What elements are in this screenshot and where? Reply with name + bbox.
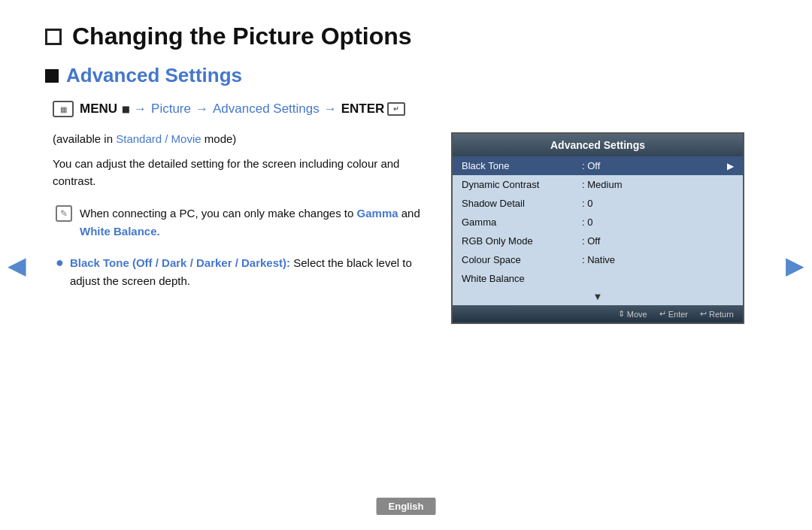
tv-row-value-4: : Off <box>582 235 734 247</box>
tv-row-value-0: : Off <box>582 160 724 171</box>
return-label: Return <box>709 310 734 319</box>
tv-row-rgb-only-mode[interactable]: RGB Only Mode : Off <box>453 232 743 250</box>
enter-key-icon: ↵ <box>387 102 405 116</box>
note-highlight1: Gamma <box>357 207 398 220</box>
available-highlight: Standard / Movie <box>116 132 201 145</box>
tv-row-label-3: Gamma <box>462 217 582 228</box>
note-pencil-icon: ✎ <box>56 205 72 222</box>
tv-row-shadow-detail[interactable]: Shadow Detail : 0 <box>453 194 743 213</box>
footer-move: ⇕ Move <box>618 309 647 319</box>
menu-grid-icon: ▦ <box>122 104 129 114</box>
note-text-2: and <box>398 207 420 220</box>
two-col-layout: (available in Standard / Movie mode) You… <box>53 132 767 324</box>
footer-enter: ↵ Enter <box>659 309 688 319</box>
available-before: (available in <box>53 132 116 145</box>
move-icon: ⇕ <box>618 309 625 319</box>
tv-scroll-down[interactable]: ▼ <box>453 288 743 305</box>
main-heading: Changing the Picture Options <box>45 23 767 50</box>
tv-panel-footer: ⇕ Move ↵ Enter ↩ Return <box>453 305 743 323</box>
tv-row-label-6: White Balance <box>462 273 582 284</box>
available-after: mode) <box>201 132 237 145</box>
move-label: Move <box>627 310 647 319</box>
checkbox-icon <box>45 29 62 45</box>
footer-return: ↩ Return <box>700 309 734 319</box>
menu-picture-label: Picture <box>151 101 191 117</box>
menu-path: ▦ MENU ▦ → Picture → Advanced Settings →… <box>53 101 767 117</box>
tv-row-colour-space[interactable]: Colour Space : Native <box>453 250 743 269</box>
return-icon: ↩ <box>700 309 707 319</box>
tv-panel-body: Black Tone : Off ▶ Dynamic Contrast : Me… <box>453 156 743 305</box>
menu-advanced-label: Advanced Settings <box>213 101 320 117</box>
tv-row-label-4: RGB Only Mode <box>462 235 582 247</box>
right-column: Advanced Settings Black Tone : Off ▶ Dyn… <box>451 132 767 324</box>
note-text-1: When connecting a PC, you can only make … <box>80 207 357 220</box>
enter-footer-label: Enter <box>668 310 688 319</box>
section-heading: Advanced Settings <box>45 64 767 87</box>
menu-arrow1: → <box>134 101 147 117</box>
bullet-section: ● Black Tone (Off / Dark / Darker / Dark… <box>56 254 421 290</box>
page-container: Changing the Picture Options Advanced Se… <box>0 0 812 530</box>
bullet-text: Black Tone (Off / Dark / Darker / Darkes… <box>70 254 421 290</box>
tv-row-white-balance[interactable]: White Balance <box>453 269 743 288</box>
menu-arrow3: → <box>324 101 337 117</box>
tv-row-dynamic-contrast[interactable]: Dynamic Contrast : Medium <box>453 175 743 194</box>
tv-row-arrow-0: ▶ <box>727 161 734 171</box>
tv-row-label-2: Shadow Detail <box>462 198 582 209</box>
enter-text: ENTER <box>341 101 385 117</box>
left-column: (available in Standard / Movie mode) You… <box>53 132 421 324</box>
tv-panel-header: Advanced Settings <box>453 134 743 156</box>
tv-row-label-1: Dynamic Contrast <box>462 179 582 190</box>
tv-row-gamma[interactable]: Gamma : 0 <box>453 213 743 232</box>
language-badge: English <box>377 498 436 515</box>
tv-row-value-2: : 0 <box>582 198 734 209</box>
tv-row-value-1: : Medium <box>582 179 734 190</box>
note-text: When connecting a PC, you can only make … <box>80 204 421 241</box>
bullet-label: Black Tone (Off / Dark / Darker / Darkes… <box>70 256 290 269</box>
note-highlight2: White Balance. <box>80 225 160 238</box>
tv-row-black-tone[interactable]: Black Tone : Off ▶ <box>453 156 743 175</box>
bullet-dot: ● <box>56 255 64 290</box>
main-heading-text: Changing the Picture Options <box>72 23 412 50</box>
section-heading-text: Advanced Settings <box>66 64 242 87</box>
menu-bold-label: MENU <box>80 101 117 117</box>
tv-row-value-3: : 0 <box>582 217 734 228</box>
note-section: ✎ When connecting a PC, you can only mak… <box>56 204 421 241</box>
tv-row-value-5: : Native <box>582 254 734 265</box>
menu-remote-icon: ▦ <box>53 101 74 117</box>
nav-arrow-right[interactable]: ▶ <box>786 251 804 280</box>
filled-square-icon <box>45 69 59 83</box>
nav-arrow-left[interactable]: ◀ <box>8 251 26 280</box>
available-text: (available in Standard / Movie mode) <box>53 132 421 145</box>
tv-panel: Advanced Settings Black Tone : Off ▶ Dyn… <box>451 132 744 324</box>
tv-row-label-0: Black Tone <box>462 160 582 171</box>
tv-row-label-5: Colour Space <box>462 254 582 265</box>
tv-panel-title: Advanced Settings <box>550 139 645 151</box>
menu-arrow2: → <box>195 101 208 117</box>
enter-label: ENTER ↵ <box>341 101 406 117</box>
enter-footer-icon: ↵ <box>659 309 666 319</box>
description-text: You can adjust the detailed setting for … <box>53 156 421 189</box>
